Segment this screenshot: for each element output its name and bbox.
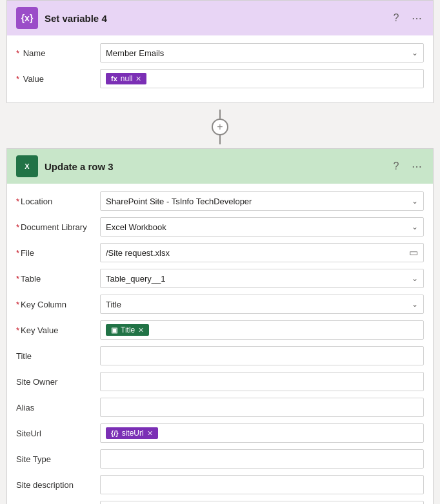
field-row-10: Site Type xyxy=(16,449,424,469)
name-dropdown-arrow: ⌄ xyxy=(412,48,418,57)
name-row: * Name Member Emails ⌄ xyxy=(16,43,424,63)
set-variable-card: {x} Set variable 4 ? ⋯ * Name Member Ema… xyxy=(6,0,434,103)
update-row-actions: ? ⋯ xyxy=(389,159,424,173)
field-dropdown-1[interactable]: Excel Workbook⌄ xyxy=(100,217,424,237)
name-required-star: * xyxy=(16,48,19,58)
update-row-card: X Update a row 3 ? ⋯ *LocationSharePoint… xyxy=(6,148,434,504)
field-label-5: *Key Value xyxy=(16,325,100,335)
field-empty-6[interactable] xyxy=(100,346,424,365)
token-5: ▣ Title ✕ xyxy=(106,324,149,336)
field-label-3: *Table xyxy=(16,274,100,284)
required-star-2: * xyxy=(16,248,19,258)
field-dropdown-0[interactable]: SharePoint Site - TsInfo TechDeveloper⌄ xyxy=(100,191,424,211)
required-star-3: * xyxy=(16,274,19,284)
field-label-8: Alias xyxy=(16,403,100,412)
update-row-header: X Update a row 3 ? ⋯ xyxy=(7,149,433,184)
set-variable-header: {x} Set variable 4 ? ⋯ xyxy=(7,1,433,35)
field-row-2: *File/Site request.xlsx▭ xyxy=(16,243,424,262)
update-row-more-button[interactable]: ⋯ xyxy=(410,159,424,173)
field-file-2[interactable]: /Site request.xlsx▭ xyxy=(100,243,424,262)
field-label-7: Site Owner xyxy=(16,377,100,387)
field-row-12: Site member xyxy=(16,501,424,504)
connector-line-bottom xyxy=(219,135,221,144)
field-row-6: Title xyxy=(16,346,424,365)
token-9: {/} siteUrl ✕ xyxy=(106,427,158,439)
set-variable-actions: ? ⋯ xyxy=(389,11,424,25)
field-dropdown-3[interactable]: Table_query__1⌄ xyxy=(100,269,424,288)
name-dropdown[interactable]: Member Emails ⌄ xyxy=(100,43,424,63)
field-empty-12[interactable] xyxy=(100,501,424,504)
connector: + xyxy=(0,106,440,148)
update-row-icon: X xyxy=(16,155,38,177)
field-row-8: Alias xyxy=(16,398,424,417)
required-star-4: * xyxy=(16,300,19,309)
field-dropdown-4[interactable]: Title⌄ xyxy=(100,295,424,314)
field-row-9: SiteUrl{/} siteUrl ✕ xyxy=(16,423,424,443)
field-label-4: *Key Column xyxy=(16,300,100,309)
field-row-1: *Document LibraryExcel Workbook⌄ xyxy=(16,217,424,237)
token-close-5[interactable]: ✕ xyxy=(138,326,144,334)
field-label-1: *Document Library xyxy=(16,222,100,232)
field-label-0: *Location xyxy=(16,197,100,206)
dropdown-arrow-3: ⌄ xyxy=(412,274,418,283)
set-variable-help-button[interactable]: ? xyxy=(389,11,403,25)
field-label-11: Site description xyxy=(16,480,100,490)
set-variable-title: Set variable 4 xyxy=(45,13,383,24)
field-label-10: Site Type xyxy=(16,454,100,464)
field-label-9: SiteUrl xyxy=(16,429,100,438)
field-row-7: Site Owner xyxy=(16,372,424,391)
field-row-5: *Key Value▣ Title ✕ xyxy=(16,320,424,340)
dropdown-arrow-1: ⌄ xyxy=(412,222,418,231)
update-row-title: Update a row 3 xyxy=(45,161,383,172)
value-token: fx null ✕ xyxy=(106,73,146,84)
name-label: * Name xyxy=(16,48,100,58)
set-variable-more-button[interactable]: ⋯ xyxy=(410,11,424,25)
value-row: * Value fx null ✕ xyxy=(16,69,424,88)
token-close-9[interactable]: ✕ xyxy=(147,429,153,438)
field-label-2: *File xyxy=(16,248,100,258)
field-row-11: Site description xyxy=(16,475,424,494)
value-token-close[interactable]: ✕ xyxy=(135,75,141,83)
value-token-icon: fx xyxy=(111,75,117,82)
field-empty-7[interactable] xyxy=(100,372,424,391)
set-variable-icon: {x} xyxy=(16,7,38,29)
connector-line-top xyxy=(219,110,221,119)
required-star-0: * xyxy=(16,197,19,206)
field-empty-11[interactable] xyxy=(100,475,424,494)
dropdown-arrow-4: ⌄ xyxy=(412,300,418,309)
value-label: * Value xyxy=(16,74,100,84)
required-star-5: * xyxy=(16,325,19,335)
value-token-text: null xyxy=(121,74,133,83)
field-empty-8[interactable] xyxy=(100,398,424,417)
add-step-button[interactable]: + xyxy=(212,119,228,135)
update-row-help-button[interactable]: ? xyxy=(389,159,403,173)
value-input[interactable]: fx null ✕ xyxy=(100,69,424,88)
field-row-0: *LocationSharePoint Site - TsInfo TechDe… xyxy=(16,191,424,211)
value-required-star: * xyxy=(16,74,19,84)
dropdown-arrow-0: ⌄ xyxy=(412,197,418,206)
field-empty-10[interactable] xyxy=(100,449,424,469)
update-row-body: *LocationSharePoint Site - TsInfo TechDe… xyxy=(7,184,433,504)
field-token-green-5[interactable]: ▣ Title ✕ xyxy=(100,320,424,340)
field-label-6: Title xyxy=(16,351,100,361)
file-icon-2: ▭ xyxy=(409,247,418,258)
required-star-1: * xyxy=(16,222,19,232)
field-row-4: *Key ColumnTitle⌄ xyxy=(16,295,424,314)
field-row-3: *TableTable_query__1⌄ xyxy=(16,269,424,288)
set-variable-body: * Name Member Emails ⌄ * Value fx null ✕ xyxy=(7,35,433,102)
field-token-purple-9[interactable]: {/} siteUrl ✕ xyxy=(100,423,424,443)
